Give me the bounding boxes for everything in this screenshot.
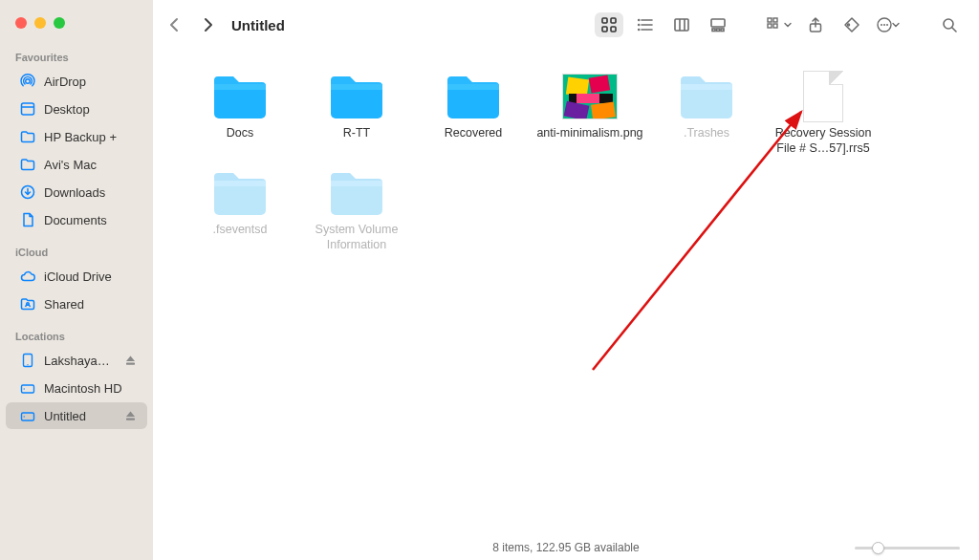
folder-item[interactable]: Recovered: [415, 71, 532, 156]
sidebar-section-header: iCloud: [0, 243, 153, 262]
item-label: Docs: [227, 126, 253, 141]
list-icon: [637, 16, 654, 33]
sidebar-item-label: HP Backup +: [44, 130, 138, 144]
icon-view-button[interactable]: [595, 12, 623, 37]
folder-icon: [19, 128, 36, 145]
sidebar-item-untitled[interactable]: Untitled: [6, 402, 147, 429]
sidebar-item-avi-s-mac[interactable]: Avi's Mac: [6, 151, 147, 178]
svg-line-41: [952, 28, 956, 32]
svg-rect-52: [214, 181, 266, 186]
sidebar-item-desktop[interactable]: Desktop: [6, 96, 147, 122]
svg-point-38: [883, 24, 885, 26]
group-icon: [766, 16, 785, 33]
status-text: 8 items, 122.95 GB available: [492, 541, 639, 554]
finder-window: FavouritesAirDropDesktopHP Backup +Avi's…: [0, 0, 979, 560]
folder-icon: [208, 71, 272, 122]
ipad-icon: [19, 352, 36, 369]
chevron-left-icon: [167, 17, 183, 32]
item-label: Recovery Session File # S…57].rrs5: [770, 126, 877, 156]
svg-rect-14: [611, 18, 616, 23]
folder-icon: [19, 156, 36, 173]
sidebar-item-label: Lakshaya…: [44, 354, 117, 368]
minimize-window-button[interactable]: [34, 17, 46, 29]
columns-icon: [673, 16, 690, 33]
window-title: Untitled: [231, 17, 285, 33]
svg-rect-1: [22, 103, 34, 115]
svg-point-22: [639, 30, 640, 31]
folder-item[interactable]: Docs: [182, 71, 298, 156]
search-button[interactable]: [935, 12, 964, 37]
svg-point-37: [881, 24, 882, 26]
folder-item[interactable]: .fseventsd: [182, 167, 298, 252]
svg-rect-33: [773, 24, 777, 28]
document-icon: [19, 211, 36, 228]
sidebar-item-macintosh-hd[interactable]: Macintosh HD: [6, 375, 147, 401]
sidebar-item-airdrop[interactable]: AirDrop: [6, 68, 147, 95]
svg-rect-8: [22, 385, 34, 393]
group-by-button[interactable]: [765, 12, 794, 37]
sidebar-item-label: Shared: [44, 297, 138, 312]
close-window-button[interactable]: [15, 17, 27, 29]
share-button[interactable]: [801, 12, 830, 37]
item-label: R-TT: [343, 126, 370, 141]
svg-rect-7: [126, 362, 135, 364]
svg-rect-48: [447, 84, 499, 90]
folder-icon: [208, 167, 272, 219]
shared-icon: [19, 295, 36, 312]
sidebar-item-shared[interactable]: Shared: [6, 291, 147, 317]
image-item[interactable]: anti-minimalism.png: [532, 71, 648, 156]
svg-point-11: [24, 416, 25, 417]
list-view-button[interactable]: [631, 12, 660, 37]
svg-rect-26: [711, 19, 725, 27]
svg-point-39: [886, 24, 888, 26]
download-icon: [19, 183, 36, 201]
folder-icon: [442, 71, 505, 122]
zoom-slider[interactable]: [855, 540, 960, 555]
file-item[interactable]: Recovery Session File # S…57].rrs5: [765, 71, 881, 156]
eject-icon[interactable]: [124, 409, 138, 422]
tag-icon: [843, 16, 860, 33]
toolbar: Untitled: [153, 0, 979, 50]
svg-rect-12: [126, 418, 135, 420]
sidebar-item-lakshaya[interactable]: Lakshaya…: [6, 347, 147, 374]
back-button[interactable]: [163, 12, 187, 37]
svg-rect-15: [602, 27, 607, 32]
folder-item[interactable]: R-TT: [298, 71, 415, 156]
desktop-icon: [19, 100, 36, 118]
forward-button[interactable]: [195, 12, 220, 37]
file-icon: [792, 71, 855, 122]
disk-icon: [19, 379, 36, 397]
svg-rect-23: [675, 19, 688, 31]
sidebar-item-label: Untitled: [44, 409, 117, 423]
svg-rect-27: [712, 29, 715, 32]
item-label: anti-minimalism.png: [536, 126, 642, 141]
gallery-view-button[interactable]: [704, 12, 732, 37]
sidebar-item-icloud-drive[interactable]: iCloud Drive: [6, 263, 147, 290]
search-icon: [941, 16, 958, 33]
sidebar-item-downloads[interactable]: Downloads: [6, 179, 147, 205]
tags-button[interactable]: [838, 12, 866, 37]
sidebar-item-label: iCloud Drive: [44, 269, 138, 284]
column-view-button[interactable]: [667, 12, 696, 37]
svg-rect-54: [331, 181, 382, 186]
sidebar-item-label: Desktop: [44, 102, 138, 117]
chevron-right-icon: [200, 17, 215, 32]
sidebar-item-label: Macintosh HD: [44, 381, 138, 396]
status-bar: 8 items, 122.95 GB available: [153, 535, 979, 560]
chevron-down-icon: [891, 20, 901, 30]
items-grid[interactable]: Docs R-TT Recovered anti-minimalism.png …: [153, 50, 979, 535]
folder-item[interactable]: .Trashes: [648, 71, 765, 156]
svg-rect-44: [214, 84, 266, 90]
actions-button[interactable]: [874, 12, 903, 37]
item-label: Recovered: [445, 126, 502, 141]
image-thumbnail-icon: [558, 71, 621, 122]
maximize-window-button[interactable]: [54, 17, 65, 29]
sidebar-item-hp-backup[interactable]: HP Backup +: [6, 123, 147, 150]
sidebar-item-documents[interactable]: Documents: [6, 206, 147, 233]
main-area: Untitled: [153, 0, 979, 560]
folder-item[interactable]: System Volume Information: [298, 167, 415, 252]
sidebar: FavouritesAirDropDesktopHP Backup +Avi's…: [0, 0, 153, 560]
eject-icon[interactable]: [124, 354, 138, 367]
sidebar-section-header: Locations: [0, 327, 153, 346]
svg-rect-31: [773, 18, 777, 22]
